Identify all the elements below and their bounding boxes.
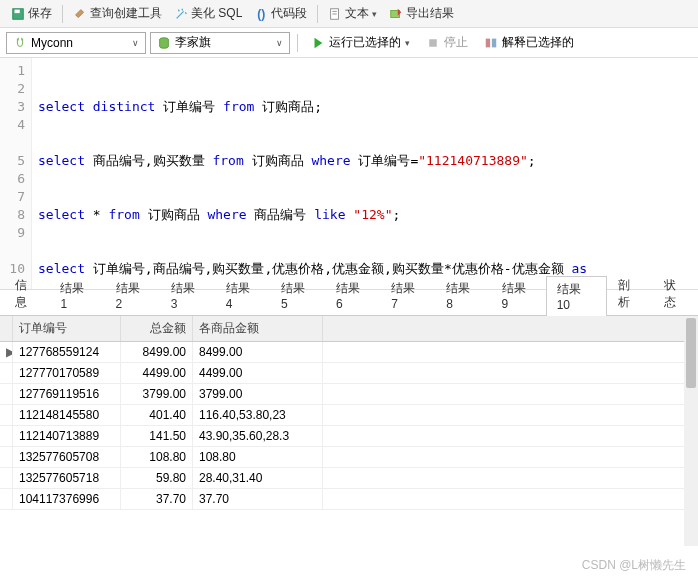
cell[interactable]: 37.70 — [121, 489, 193, 509]
save-button[interactable]: 保存 — [6, 3, 57, 24]
col-header[interactable]: 订单编号 — [13, 316, 121, 341]
vertical-scrollbar[interactable] — [684, 316, 698, 546]
explain-label: 解释已选择的 — [502, 34, 574, 51]
svg-rect-11 — [492, 38, 496, 47]
result-tabs: 信息结果 1结果 2结果 3结果 4结果 5结果 6结果 7结果 8结果 9结果… — [0, 290, 698, 316]
cell[interactable]: 116.40,53.80,23 — [193, 405, 323, 425]
plug-icon — [13, 36, 27, 50]
stop-button[interactable]: 停止 — [420, 32, 474, 53]
cell[interactable]: 37.70 — [193, 489, 323, 509]
table-row[interactable]: 13257760571859.8028.40,31.40 — [0, 468, 698, 489]
save-label: 保存 — [28, 5, 52, 22]
run-label: 运行已选择的 — [329, 34, 401, 51]
tab-result[interactable]: 结果 5 — [270, 275, 325, 315]
result-grid: 订单编号 总金额 各商品金额 ▶1277685591248499.008499.… — [0, 316, 698, 546]
cell[interactable]: 104117376996 — [13, 489, 121, 509]
cell[interactable]: 127769119516 — [13, 384, 121, 404]
tab-result[interactable]: 结果 3 — [160, 275, 215, 315]
export-button[interactable]: 导出结果 — [384, 3, 459, 24]
separator — [62, 5, 63, 23]
separator — [317, 5, 318, 23]
tab-result[interactable]: 信息 — [4, 272, 49, 315]
cell[interactable]: 127770170589 — [13, 363, 121, 383]
explain-icon — [484, 36, 498, 50]
separator — [297, 34, 298, 52]
beautify-label: 美化 SQL — [191, 5, 242, 22]
sql-editor[interactable]: 12345678910 select distinct 订单编号 from 订购… — [0, 58, 698, 290]
svg-rect-9 — [429, 39, 437, 47]
col-header[interactable]: 总金额 — [121, 316, 193, 341]
stop-icon — [426, 36, 440, 50]
tab-result[interactable]: 结果 10 — [546, 276, 608, 316]
database-dropdown[interactable]: 李家旗 ∨ — [150, 32, 290, 54]
run-button[interactable]: 运行已选择的 ▾ — [305, 32, 416, 53]
cell[interactable]: 112140713889 — [13, 426, 121, 446]
query-builder-button[interactable]: 查询创建工具 — [68, 3, 167, 24]
row-marker-col — [0, 316, 13, 341]
row-marker — [0, 405, 13, 425]
cell[interactable]: 112148145580 — [13, 405, 121, 425]
row-marker — [0, 489, 13, 509]
code-area[interactable]: select distinct 订单编号 from 订购商品; select 商… — [32, 58, 698, 289]
cell[interactable]: 8499.00 — [193, 342, 323, 362]
table-row[interactable]: 132577605708108.80108.80 — [0, 447, 698, 468]
tab-result[interactable]: 结果 1 — [49, 275, 104, 315]
cell[interactable]: 3799.00 — [193, 384, 323, 404]
cell[interactable]: 28.40,31.40 — [193, 468, 323, 488]
export-icon — [389, 7, 403, 21]
cell[interactable]: 132577605708 — [13, 447, 121, 467]
tab-result[interactable]: 剖析 — [607, 272, 652, 315]
svg-rect-1 — [15, 9, 20, 13]
watermark: CSDN @L树懒先生 — [582, 557, 686, 574]
table-row[interactable]: ▶1277685591248499.008499.00 — [0, 342, 698, 363]
row-marker — [0, 384, 13, 404]
col-header[interactable]: 各商品金额 — [193, 316, 323, 341]
table-row[interactable]: 112140713889141.5043.90,35.60,28.3 — [0, 426, 698, 447]
cell[interactable]: 4499.00 — [193, 363, 323, 383]
braces-icon: () — [254, 7, 268, 21]
svg-rect-10 — [486, 38, 490, 47]
snippet-button[interactable]: () 代码段 — [249, 3, 312, 24]
row-marker: ▶ — [0, 342, 13, 362]
tab-result[interactable]: 结果 6 — [325, 275, 380, 315]
table-row[interactable]: 10411737699637.7037.70 — [0, 489, 698, 510]
table-row[interactable]: 1277701705894499.004499.00 — [0, 363, 698, 384]
table-row[interactable]: 112148145580401.40116.40,53.80,23 — [0, 405, 698, 426]
grid-header: 订单编号 总金额 各商品金额 — [0, 316, 698, 342]
explain-button[interactable]: 解释已选择的 — [478, 32, 580, 53]
cell[interactable]: 108.80 — [121, 447, 193, 467]
cell[interactable]: 108.80 — [193, 447, 323, 467]
beautify-button[interactable]: 美化 SQL — [169, 3, 247, 24]
text-button[interactable]: 文本 ▾ — [323, 3, 382, 24]
play-icon — [311, 36, 325, 50]
cell[interactable]: 59.80 — [121, 468, 193, 488]
cell[interactable]: 3799.00 — [121, 384, 193, 404]
cell[interactable]: 43.90,35.60,28.3 — [193, 426, 323, 446]
tab-result[interactable]: 结果 9 — [491, 275, 546, 315]
cell[interactable]: 401.40 — [121, 405, 193, 425]
main-toolbar: 保存 查询创建工具 美化 SQL () 代码段 文本 ▾ 导出结果 — [0, 0, 698, 28]
tab-result[interactable]: 结果 4 — [215, 275, 270, 315]
tab-result[interactable]: 结果 2 — [105, 275, 160, 315]
cell[interactable]: 4499.00 — [121, 363, 193, 383]
stop-label: 停止 — [444, 34, 468, 51]
cell[interactable]: 132577605718 — [13, 468, 121, 488]
tab-result[interactable]: 结果 7 — [380, 275, 435, 315]
text-label: 文本 — [345, 5, 369, 22]
table-row[interactable]: 1277691195163799.003799.00 — [0, 384, 698, 405]
chevron-down-icon: ∨ — [132, 38, 139, 48]
tab-result[interactable]: 状态 — [653, 272, 698, 315]
scrollbar-thumb[interactable] — [686, 318, 696, 388]
row-marker — [0, 447, 13, 467]
cell[interactable]: 141.50 — [121, 426, 193, 446]
tab-result[interactable]: 结果 8 — [435, 275, 490, 315]
connection-bar: Myconn ∨ 李家旗 ∨ 运行已选择的 ▾ 停止 解释已选择的 — [0, 28, 698, 58]
cell[interactable]: 8499.00 — [121, 342, 193, 362]
connection-dropdown[interactable]: Myconn ∨ — [6, 32, 146, 54]
chevron-down-icon: ▾ — [405, 38, 410, 48]
connection-name: Myconn — [31, 36, 73, 50]
chevron-down-icon: ▾ — [372, 9, 377, 19]
save-icon — [11, 7, 25, 21]
line-gutter: 12345678910 — [0, 58, 32, 289]
cell[interactable]: 127768559124 — [13, 342, 121, 362]
